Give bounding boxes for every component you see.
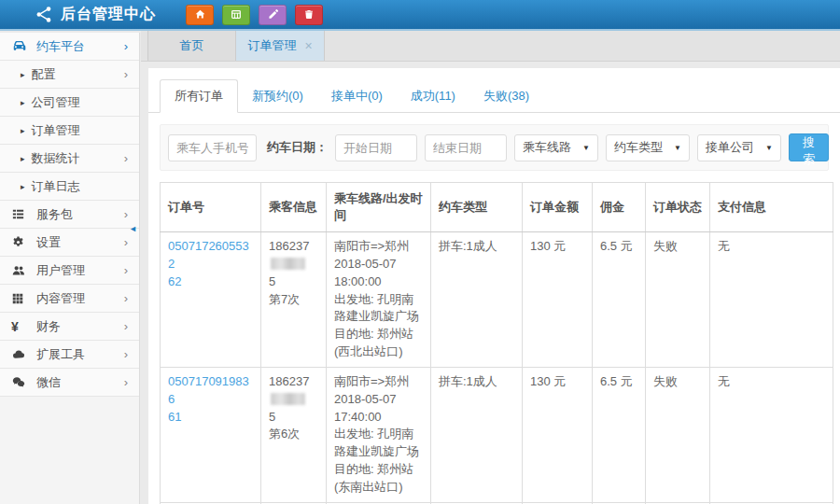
amount-cell: 130 元 bbox=[523, 367, 593, 502]
tab-label: 首页 bbox=[180, 37, 204, 54]
sidebar-item-booking-platform[interactable]: 约车平台 › bbox=[0, 33, 139, 61]
sidebar-item-content-management[interactable]: 内容管理 › bbox=[0, 285, 139, 313]
col-payment-info: 支付信息 bbox=[710, 183, 833, 232]
sidebar-collapse-icon[interactable]: ◄ bbox=[129, 224, 137, 233]
search-button[interactable]: 搜索 bbox=[789, 133, 829, 161]
filter-tab-in-progress[interactable]: 接单中(0) bbox=[317, 80, 397, 112]
status-cell: 失败 bbox=[646, 367, 710, 502]
tab-order-management[interactable]: 订单管理 × bbox=[236, 31, 325, 61]
filter-tab-new-reservations[interactable]: 新预约(0) bbox=[238, 80, 317, 112]
col-route-time: 乘车线路/出发时间 bbox=[327, 183, 431, 232]
sidebar-item-config[interactable]: ▸ 配置 › bbox=[0, 61, 139, 89]
sidebar-item-statistics[interactable]: ▸ 数据统计 › bbox=[0, 145, 139, 173]
sidebar-item-extension-tools[interactable]: 扩展工具 › bbox=[0, 341, 139, 369]
chevron-right-icon: › bbox=[124, 263, 128, 277]
sidebar-item-user-management[interactable]: 用户管理 › bbox=[0, 257, 139, 285]
sidebar-item-label: 订单日志 bbox=[32, 178, 80, 195]
share-icon bbox=[35, 6, 53, 23]
booking-type-select[interactable]: 约车类型 ▼ bbox=[606, 134, 690, 161]
company-select[interactable]: 接单公司 ▼ bbox=[697, 134, 781, 161]
sidebar-item-settings[interactable]: 设置 › bbox=[0, 229, 139, 257]
chevron-right-icon: › bbox=[124, 235, 128, 249]
triangle-right-icon: ▸ bbox=[21, 182, 25, 191]
status-cell: 失败 bbox=[646, 232, 710, 368]
order-no-cell: 0507170919836 61 bbox=[161, 367, 261, 502]
sidebar-item-service-pack[interactable]: 服务包 › bbox=[0, 201, 139, 229]
sidebar-item-label: 配置 bbox=[32, 66, 56, 83]
col-order-no: 订单号 bbox=[161, 183, 261, 232]
dropdown-arrow-icon: ▼ bbox=[765, 144, 773, 152]
order-no-cell: 0507172605532 62 bbox=[161, 232, 261, 368]
chevron-right-icon: › bbox=[124, 207, 128, 221]
route-select[interactable]: 乘车线路 ▼ bbox=[514, 134, 598, 161]
col-commission: 佣金 bbox=[593, 183, 646, 232]
commission-cell: 6.5 元 bbox=[593, 232, 646, 368]
sidebar-item-order-log[interactable]: ▸ 订单日志 bbox=[0, 173, 139, 201]
route-cell: 南阳市=>郑州 2018-05-07 17:40:00 出发地: 孔明南路建业凯… bbox=[327, 367, 431, 502]
sidebar-item-order-management[interactable]: ▸ 订单管理 bbox=[0, 117, 139, 145]
route-cell: 南阳市=>郑州 2018-05-07 18:00:00 出发地: 孔明南路建业凯… bbox=[327, 232, 431, 368]
sidebar-item-label: 服务包 bbox=[36, 206, 73, 223]
booking-type-select-value: 约车类型 bbox=[614, 139, 663, 156]
sidebar: 约车平台 › ▸ 配置 › ▸ 公司管理 ▸ 订单管理 ▸ 数据统计 › ▸ 订… bbox=[0, 33, 140, 504]
passenger-phone-input[interactable] bbox=[168, 134, 257, 161]
amount-cell: 130 元 bbox=[523, 232, 593, 368]
home-button[interactable] bbox=[186, 5, 214, 25]
filter-tab-all-orders[interactable]: 所有订单 bbox=[160, 79, 238, 113]
chevron-right-icon: › bbox=[124, 291, 128, 305]
car-icon bbox=[11, 38, 30, 54]
col-order-status: 订单状态 bbox=[646, 183, 710, 232]
tab-label: 订单管理 bbox=[247, 37, 296, 54]
close-icon[interactable]: × bbox=[304, 39, 312, 52]
wechat-icon bbox=[11, 375, 30, 389]
col-booking-type: 约车类型 bbox=[431, 183, 523, 232]
main-area: 首页 订单管理 × 所有订单 新预约(0) 接单中(0) 成功(11) 失败(3… bbox=[141, 31, 840, 504]
app-title: 后台管理中心 bbox=[61, 5, 156, 24]
gear-icon bbox=[11, 235, 30, 249]
table-row: 0507170919836 61 186237 5 第6次 南阳市=>郑州 20… bbox=[161, 367, 833, 502]
chevron-right-icon: › bbox=[124, 67, 128, 81]
passenger-cell: 186237 5 第6次 bbox=[261, 367, 327, 502]
delete-button[interactable] bbox=[295, 5, 323, 25]
sidebar-item-wechat[interactable]: 微信 › bbox=[0, 369, 139, 397]
content-panel: 所有订单 新预约(0) 接单中(0) 成功(11) 失败(38) 约车日期： 乘… bbox=[148, 68, 840, 504]
type-cell: 拼车:1成人 bbox=[431, 367, 523, 502]
sidebar-item-finance[interactable]: ¥ 财务 › bbox=[0, 313, 139, 341]
edit-button[interactable] bbox=[259, 5, 287, 25]
search-bar: 约车日期： 乘车线路 ▼ 约车类型 ▼ 接单公司 ▼ 搜索 bbox=[160, 124, 829, 171]
sidebar-item-label: 约车平台 bbox=[36, 38, 85, 55]
sidebar-item-label: 扩展工具 bbox=[36, 346, 85, 363]
passenger-cell: 186237 5 第7次 bbox=[261, 232, 327, 368]
start-date-input[interactable] bbox=[335, 134, 417, 161]
triangle-right-icon: ▸ bbox=[21, 98, 25, 107]
yen-icon: ¥ bbox=[11, 319, 30, 334]
cloud-icon bbox=[11, 348, 30, 361]
tab-strip: 首页 订单管理 × bbox=[141, 31, 840, 62]
company-select-value: 接单公司 bbox=[706, 139, 754, 156]
date-label: 约车日期： bbox=[267, 139, 328, 156]
pencil-icon bbox=[267, 8, 279, 21]
table-header-row: 订单号 乘客信息 乘车线路/出发时间 约车类型 订单金额 佣金 订单状态 支付信… bbox=[161, 183, 833, 232]
triangle-right-icon: ▸ bbox=[21, 126, 25, 135]
payment-cell: 无 bbox=[710, 367, 833, 502]
orders-table: 订单号 乘客信息 乘车线路/出发时间 约车类型 订单金额 佣金 订单状态 支付信… bbox=[160, 182, 833, 504]
filter-tab-success[interactable]: 成功(11) bbox=[397, 80, 469, 112]
order-filter-tabs: 所有订单 新预约(0) 接单中(0) 成功(11) 失败(38) bbox=[148, 68, 840, 113]
chevron-right-icon: › bbox=[124, 319, 128, 333]
chevron-right-icon: › bbox=[124, 375, 128, 389]
sidebar-item-label: 设置 bbox=[36, 234, 61, 251]
triangle-right-icon: ▸ bbox=[21, 70, 25, 79]
route-select-value: 乘车线路 bbox=[523, 139, 571, 156]
calendar-button[interactable] bbox=[222, 5, 250, 25]
home-icon bbox=[194, 8, 206, 21]
dropdown-arrow-icon: ▼ bbox=[674, 144, 681, 152]
sidebar-item-company-management[interactable]: ▸ 公司管理 bbox=[0, 89, 139, 117]
tab-home[interactable]: 首页 bbox=[147, 31, 236, 61]
end-date-input[interactable] bbox=[425, 134, 507, 161]
sidebar-item-label: 用户管理 bbox=[36, 262, 85, 279]
order-no-link[interactable]: 0507172605532 62 bbox=[168, 239, 249, 288]
filter-tab-failed[interactable]: 失败(38) bbox=[469, 80, 543, 112]
order-no-link[interactable]: 0507170919836 61 bbox=[168, 374, 249, 424]
sidebar-item-label: 财务 bbox=[36, 318, 61, 335]
sidebar-item-label: 公司管理 bbox=[32, 94, 80, 111]
